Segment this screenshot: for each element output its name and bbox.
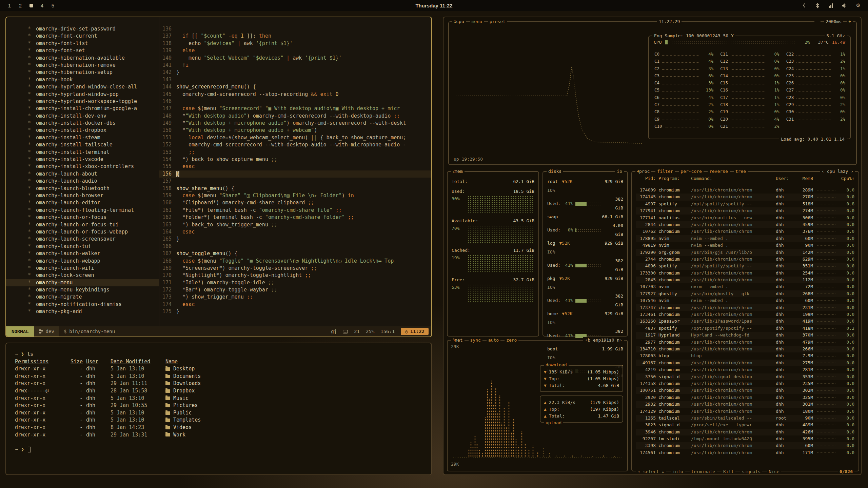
tree-item[interactable]: * omarchy-install-xbox-controllers (6, 163, 159, 170)
interval-minus-button[interactable]: - (814, 19, 821, 25)
proc-row[interactable]: 163260 1passwor /usr/lib/1Password/1pas … (636, 318, 854, 325)
tree-item[interactable]: * omarchy-hook (6, 76, 159, 83)
tree-item[interactable]: * omarchy-install-vscode (6, 156, 159, 163)
code-line[interactable]: 137 if [[ "$count" -eq 1 ]]; then (159, 33, 431, 40)
proc-row[interactable]: 134710 chromium /usr/lib/chromium/chrom … (636, 346, 854, 352)
tree-item[interactable]: * omarchy-launch-bluetooth (6, 185, 159, 192)
proc-footer-key[interactable]: terminate (690, 469, 717, 474)
workspace-button[interactable] (27, 2, 35, 9)
col-cpu[interactable]: Cpu%↑ (840, 176, 854, 181)
tree-item[interactable]: * omarchy-lock-screen (6, 272, 159, 279)
io-tab[interactable]: io (615, 168, 624, 175)
col-program[interactable]: Program: (658, 176, 688, 181)
volume-icon[interactable] (842, 2, 848, 8)
tree-item[interactable]: * omarchy-menu-keybindings (6, 286, 159, 293)
code-line[interactable]: 173 *) show_trigger_menu ;; (159, 293, 431, 301)
tree-item[interactable]: * omarchy-launch-or-focus (6, 214, 159, 221)
proc-per-core-button[interactable]: per-core (679, 168, 704, 175)
code-line[interactable]: 174 esac (159, 301, 431, 308)
code-line[interactable]: 140 menu "Select Webcam" "$devices" | aw… (159, 55, 431, 62)
disks-tab[interactable]: disks (547, 168, 563, 175)
code-line[interactable]: 136 (159, 25, 431, 33)
activity-icon[interactable] (828, 2, 834, 8)
proc-row[interactable]: 92207 lm-studi /tmp/.mount_lmstudw3AZQ d… (636, 435, 854, 442)
proc-row[interactable]: 174145 chromium /usr/lib/chromium/chrom … (636, 194, 854, 200)
tree-item[interactable]: * omarchy-launch-about (6, 170, 159, 178)
tree-item[interactable]: * omarchy-launch-wifi (6, 265, 159, 272)
proc-row[interactable]: 2744 chromium /usr/lib/chromium/chrom dh… (636, 256, 854, 263)
tree-item[interactable]: * omarchy-install-dev-env (6, 113, 159, 120)
workspace-button[interactable]: 1 (5, 2, 14, 9)
tree-item[interactable]: * omarchy-font-current (6, 33, 159, 40)
bar-clock[interactable]: Thursday 11:22 (415, 3, 452, 8)
proc-row[interactable]: 2845 chromium /usr/lib/chromium/chrom dh… (636, 277, 854, 283)
proc-row[interactable]: 2844 chromium /usr/lib/chromium/chrom dh… (636, 221, 854, 228)
proc-row[interactable]: 1917 Hyprland Hyprland --watchdog-fd dhh… (636, 332, 854, 339)
code-line[interactable]: 150 *"With desktop + microphone audio + … (159, 127, 431, 134)
code-line[interactable]: 175} (159, 308, 431, 315)
proc-row[interactable]: 49819 nvim nvim --embed . dhh 90M 0.0 (636, 242, 854, 249)
code-line[interactable]: 143 (159, 76, 431, 83)
proc-row[interactable]: 3398 chromium /usr/lib/chromium/chrom dh… (636, 442, 854, 449)
tree-item[interactable]: * omarchy-launch-floating-terminal (6, 207, 159, 214)
code-line[interactable]: 164 esac (159, 228, 431, 236)
proc-row[interactable]: 10762 chromium /usr/lib/chromium/chrom d… (636, 228, 854, 235)
tree-item[interactable]: * omarchy-install-tailscale (6, 141, 159, 148)
proc-footer-key[interactable]: Kill (722, 469, 735, 474)
tree-item[interactable]: * omarchy-install-chromium-google-a (6, 105, 159, 112)
code-line[interactable]: 157 (159, 178, 431, 185)
proc-row[interactable]: 100751 chromium /usr/lib/chromium/chrom … (636, 387, 854, 394)
btop-menu-button[interactable]: menu (470, 19, 484, 25)
code-line[interactable]: 159 case $(menu "Share" "◫ Clipboard\n▤ … (159, 192, 431, 199)
code-line[interactable]: 154 *) back_to show_capture_menu ;; (159, 156, 431, 163)
net-sync-button[interactable]: sync (469, 337, 482, 343)
proc-footer-key[interactable]: Nice (767, 469, 781, 474)
proc-row[interactable]: 179290 org.gnom /usr/bin/gjs /usr/lib/o … (636, 249, 854, 256)
code-line[interactable]: 149 *"With desktop + microphone audio") … (159, 120, 431, 127)
proc-row[interactable]: 177927 ghostty /usr/bin/ghostty --gtk- d… (636, 290, 854, 297)
proc-row[interactable]: 177141 nautilus /usr/bin/nautilus --new … (636, 215, 854, 221)
tree-item[interactable]: * omarchy-font-list (6, 40, 159, 47)
proc-row[interactable]: 2977 chromium /usr/lib/chromium/chrom dh… (636, 339, 854, 346)
net-zero-button[interactable]: zero (505, 337, 518, 343)
code-line[interactable]: 138 echo "$devices" | awk '{print $1}' (159, 40, 431, 47)
code-line[interactable]: 146 (159, 98, 431, 105)
workspace-button[interactable]: 5 (49, 2, 57, 9)
proc-row[interactable]: 178895 nvim nvim --embed . dhh 60M 0.0 (636, 235, 854, 242)
tree-item[interactable]: * omarchy-hyprland-window-pop (6, 91, 159, 98)
tree-item[interactable]: * omarchy-notification-dismiss (6, 301, 159, 308)
code-line[interactable]: 168 case $(menu "Toggle" "▦ Screensaver\… (159, 258, 431, 265)
proc-row[interactable]: 177941 chromium /usr/lib/chromium/chrom … (636, 207, 854, 214)
code-line[interactable]: 165} (159, 236, 431, 243)
net-auto-button[interactable]: auto (487, 337, 500, 343)
proc-row[interactable]: 4997 spotify /opt/spotify/spotify -- dhh… (636, 201, 854, 207)
code-line[interactable]: 169 *Screensaver*) omarchy-toggle-screen… (159, 265, 431, 272)
proc-row[interactable]: 4837 spotify /opt/spotify/spotify -- dhh… (636, 325, 854, 332)
proc-row[interactable]: 2932 chromium /usr/lib/chromium/chrom dh… (636, 401, 854, 408)
code-line[interactable]: 145 omarchy-cmd-screenrecord --stop-reco… (159, 91, 431, 98)
tree-item[interactable]: * omarchy-launch-or-focus-webapp (6, 228, 159, 236)
workspace-button[interactable]: 4 (38, 2, 46, 9)
proc-row[interactable]: 3750 signal-d /usr/lib/signal-desktop dh… (636, 373, 854, 380)
proc-row[interactable]: 174129 chromium /usr/lib/chromium/chrom … (636, 408, 854, 415)
proc-row[interactable]: 173461 chromium /usr/lib/chromium/chrom … (636, 311, 854, 318)
tree-item[interactable]: * omarchy-launch-screensaver (6, 236, 159, 243)
code-line[interactable]: 139 else (159, 47, 431, 54)
proc-row[interactable]: 173747 chromium /usr/lib/chromium/chrom … (636, 304, 854, 311)
code-line[interactable]: 142} (159, 69, 431, 76)
tree-item[interactable]: * omarchy-launch-editor (6, 199, 159, 206)
interval-plus-button[interactable]: + (847, 19, 853, 25)
settings-gear-icon[interactable]: ⚙ (855, 2, 861, 8)
col-memb[interactable]: MemB (795, 176, 813, 181)
tree-item[interactable]: * omarchy-launch-audio (6, 178, 159, 185)
tree-item[interactable]: * omarchy-drive-set-password (6, 25, 159, 33)
tree-item[interactable]: * omarchy-pkg-add (6, 308, 159, 315)
code-line[interactable]: 156} (159, 170, 431, 178)
code-line[interactable]: 166 (159, 243, 431, 250)
tree-item[interactable]: * omarchy-hyprland-workspace-toggle (6, 98, 159, 105)
proc-footer-key[interactable]: signals (740, 469, 762, 474)
tree-item[interactable]: * omarchy-font-set (6, 47, 159, 54)
proc-row[interactable]: 178003 btop btop dhh 7.9M 0.0 (636, 352, 854, 359)
tree-item[interactable]: * omarchy-launch-webapp (6, 258, 159, 265)
col-command[interactable]: Command: (691, 176, 773, 181)
